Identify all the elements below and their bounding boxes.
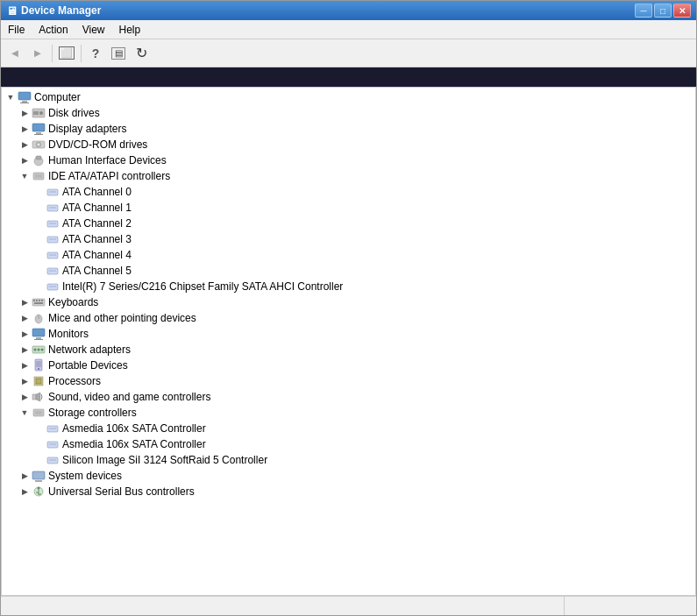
tree-label-hid: Human Interface Devices [48,154,167,166]
back-button[interactable]: ◄ [4,43,25,64]
tree-item-hid[interactable]: ▶ Human Interface Devices [16,152,695,168]
icon-ide [32,169,46,183]
tree-item-asmedia1[interactable]: Asmedia 106x SATA Controller [30,421,695,436]
icon-display-adapters [32,122,46,136]
title-bar-controls: ─ □ ✕ [635,4,691,18]
tree-item-silicon[interactable]: Silicon Image SiI 3124 SoftRaid 5 Contro… [30,452,695,468]
tree-label-asmedia2: Asmedia 106x SATA Controller [62,438,206,450]
expander-system: ▶ [18,469,32,483]
tree-item-ata4[interactable]: ATA Channel 4 [30,247,695,263]
svg-rect-0 [18,92,31,100]
expander-network: ▶ [18,343,32,357]
svg-rect-36 [34,302,43,304]
svg-rect-17 [47,189,58,195]
tree-item-ata0[interactable]: ATA Channel 0 [30,184,695,200]
icon-processors [32,374,46,388]
minimize-button[interactable]: ─ [635,4,652,18]
properties-button[interactable]: ? [85,43,106,64]
forward-button[interactable]: ► [27,43,48,64]
icon-dvd [32,138,46,152]
expander-disk-drives: ▶ [18,106,32,120]
svg-rect-13 [36,156,41,159]
tree-item-ata2[interactable]: ATA Channel 2 [30,216,695,231]
icon-asmedia1 [46,421,60,435]
svg-rect-41 [34,339,43,340]
svg-rect-2 [20,103,29,103]
up-button[interactable]: ⬜ [56,43,77,64]
icon-computer [18,90,32,104]
tree-item-mice[interactable]: ▶ Mice and other pointing devices [16,310,695,326]
tree-item-sound[interactable]: ▶ Sound, video and game controllers [16,389,695,405]
expander-ide: ▼ [18,169,32,183]
svg-rect-51 [32,394,36,400]
tree-item-asmedia2[interactable]: Asmedia 106x SATA Controller [30,436,695,452]
icon-intel-sata [46,280,60,294]
tree-item-monitors[interactable]: ▶ Monitors [16,326,695,342]
expander-processors: ▶ [18,374,32,388]
tree-item-network[interactable]: ▶ Network adapters [16,342,695,358]
toggle-view-button[interactable]: ▤ [108,43,129,64]
tree-label-sound: Sound, video and game controllers [48,391,210,403]
menu-action[interactable]: Action [32,22,75,37]
close-button[interactable]: ✕ [673,4,691,18]
icon-sound [32,390,46,404]
svg-rect-14 [33,173,44,180]
tree-label-portable: Portable Devices [48,359,128,372]
tree-item-processors[interactable]: ▶ Processors [16,373,695,389]
svg-point-4 [39,111,43,115]
refresh-button[interactable]: ↻ [131,43,152,64]
tree-item-ata5[interactable]: ATA Channel 5 [30,263,695,279]
expander-dvd: ▶ [18,138,32,152]
svg-rect-25 [47,252,58,258]
tree-label-ata2: ATA Channel 2 [62,217,132,230]
tree-label-ide: IDE ATA/ATAPI controllers [48,170,170,182]
icon-ata2 [46,216,60,230]
tree-item-disk-drives[interactable]: ▶ Disk drives [16,105,695,121]
tree-item-ata1[interactable]: ATA Channel 1 [30,200,695,216]
status-right [565,597,696,615]
expander-hid: ▶ [18,153,32,167]
icon-keyboards [32,295,46,309]
expander-mice: ▶ [18,311,32,325]
svg-rect-7 [36,132,41,134]
svg-rect-60 [47,457,58,464]
svg-rect-32 [33,300,35,301]
icon-mice [32,311,46,325]
tree-label-ata1: ATA Channel 1 [62,202,132,214]
svg-rect-62 [32,471,45,479]
forward-icon: ► [32,46,44,60]
svg-point-44 [38,349,40,351]
menu-help[interactable]: Help [112,22,148,37]
icon-ata3 [46,232,60,246]
icon-ata1 [46,201,60,215]
svg-rect-63 [35,480,42,482]
svg-rect-33 [36,300,38,301]
tree-item-system[interactable]: ▶ System devices [16,468,695,484]
maximize-button[interactable]: □ [654,4,672,18]
tree-item-intel-sata[interactable]: Intel(R) 7 Series/C216 Chipset Family SA… [30,279,695,294]
svg-point-43 [34,349,37,351]
svg-rect-8 [34,134,43,135]
menu-view[interactable]: View [75,22,112,37]
tree-item-keyboards[interactable]: ▶ Keyboards [16,294,695,310]
tree-item-usb[interactable]: ▶ Universal Serial Bus controllers [16,484,695,499]
svg-rect-5 [33,111,39,115]
tree-item-display-adapters[interactable]: ▶ Display adapters [16,121,695,137]
icon-asmedia2 [46,437,60,451]
tree-label-ata3: ATA Channel 3 [62,233,132,245]
menu-file[interactable]: File [1,22,32,37]
tree-item-dvd-cdrom[interactable]: ▶ DVD/CD-ROM drives [16,137,695,152]
tree-item-ide-ata[interactable]: ▼ IDE ATA/ATAPI controllers [16,168,695,184]
tree-view[interactable]: ▼ Computer ▶ Disk drives ▶ Di [1,87,696,596]
tree-item-portable[interactable]: ▶ Portable Devices [16,358,695,373]
expander-keyboards: ▶ [18,295,32,309]
tree-label-ata4: ATA Channel 4 [62,249,132,261]
tree-item-computer[interactable]: ▼ Computer [2,89,695,105]
tree-item-storage[interactable]: ▼ Storage controllers [16,405,695,421]
expander-monitors: ▶ [18,327,32,341]
svg-point-65 [38,487,40,490]
icon-usb [32,485,46,499]
tree-item-ata3[interactable]: ATA Channel 3 [30,231,695,247]
tree-label-processors: Processors [48,375,101,387]
tree-label-asmedia1: Asmedia 106x SATA Controller [62,422,206,435]
